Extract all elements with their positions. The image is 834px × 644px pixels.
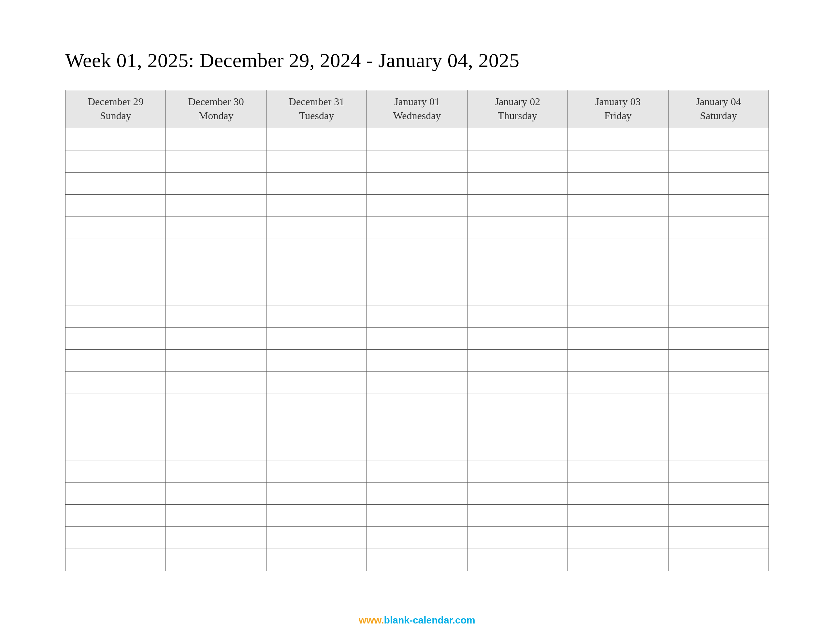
calendar-cell[interactable]: [668, 549, 769, 571]
calendar-cell[interactable]: [367, 416, 467, 438]
calendar-cell[interactable]: [668, 350, 769, 372]
calendar-cell[interactable]: [266, 283, 367, 305]
calendar-cell[interactable]: [668, 438, 769, 460]
calendar-cell[interactable]: [65, 305, 166, 328]
calendar-cell[interactable]: [467, 394, 567, 416]
calendar-cell[interactable]: [668, 416, 769, 438]
calendar-cell[interactable]: [65, 394, 166, 416]
calendar-cell[interactable]: [166, 505, 266, 527]
calendar-cell[interactable]: [568, 350, 668, 372]
calendar-cell[interactable]: [65, 261, 166, 283]
calendar-cell[interactable]: [266, 195, 367, 217]
calendar-cell[interactable]: [668, 217, 769, 239]
calendar-cell[interactable]: [568, 195, 668, 217]
calendar-cell[interactable]: [65, 195, 166, 217]
calendar-cell[interactable]: [266, 173, 367, 195]
calendar-cell[interactable]: [568, 283, 668, 305]
calendar-cell[interactable]: [65, 150, 166, 173]
calendar-cell[interactable]: [467, 350, 567, 372]
calendar-cell[interactable]: [668, 460, 769, 483]
calendar-cell[interactable]: [367, 173, 467, 195]
calendar-cell[interactable]: [65, 128, 166, 150]
calendar-cell[interactable]: [166, 527, 266, 549]
calendar-cell[interactable]: [166, 261, 266, 283]
calendar-cell[interactable]: [367, 261, 467, 283]
calendar-cell[interactable]: [668, 505, 769, 527]
calendar-cell[interactable]: [668, 150, 769, 173]
calendar-cell[interactable]: [467, 128, 567, 150]
calendar-cell[interactable]: [266, 438, 367, 460]
calendar-cell[interactable]: [65, 527, 166, 549]
calendar-cell[interactable]: [467, 150, 567, 173]
calendar-cell[interactable]: [367, 239, 467, 261]
calendar-cell[interactable]: [467, 438, 567, 460]
calendar-cell[interactable]: [166, 416, 266, 438]
calendar-cell[interactable]: [166, 239, 266, 261]
calendar-cell[interactable]: [166, 150, 266, 173]
calendar-cell[interactable]: [467, 549, 567, 571]
calendar-cell[interactable]: [668, 328, 769, 350]
calendar-cell[interactable]: [367, 195, 467, 217]
calendar-cell[interactable]: [266, 217, 367, 239]
calendar-cell[interactable]: [266, 394, 367, 416]
calendar-cell[interactable]: [266, 239, 367, 261]
calendar-cell[interactable]: [65, 372, 166, 394]
calendar-cell[interactable]: [467, 173, 567, 195]
calendar-cell[interactable]: [568, 128, 668, 150]
calendar-cell[interactable]: [467, 217, 567, 239]
calendar-cell[interactable]: [266, 261, 367, 283]
calendar-cell[interactable]: [568, 505, 668, 527]
calendar-cell[interactable]: [166, 283, 266, 305]
calendar-cell[interactable]: [65, 438, 166, 460]
calendar-cell[interactable]: [568, 150, 668, 173]
calendar-cell[interactable]: [467, 328, 567, 350]
calendar-cell[interactable]: [266, 549, 367, 571]
calendar-cell[interactable]: [668, 239, 769, 261]
calendar-cell[interactable]: [367, 283, 467, 305]
calendar-cell[interactable]: [568, 328, 668, 350]
calendar-cell[interactable]: [166, 173, 266, 195]
calendar-cell[interactable]: [467, 505, 567, 527]
calendar-cell[interactable]: [568, 527, 668, 549]
calendar-cell[interactable]: [65, 173, 166, 195]
calendar-cell[interactable]: [166, 195, 266, 217]
calendar-cell[interactable]: [266, 483, 367, 505]
calendar-cell[interactable]: [467, 527, 567, 549]
calendar-cell[interactable]: [266, 150, 367, 173]
calendar-cell[interactable]: [568, 239, 668, 261]
calendar-cell[interactable]: [266, 505, 367, 527]
calendar-cell[interactable]: [367, 217, 467, 239]
calendar-cell[interactable]: [668, 305, 769, 328]
calendar-cell[interactable]: [367, 372, 467, 394]
calendar-cell[interactable]: [367, 128, 467, 150]
calendar-cell[interactable]: [65, 483, 166, 505]
calendar-cell[interactable]: [266, 416, 367, 438]
footer-link[interactable]: www.blank-calendar.com: [0, 615, 834, 626]
calendar-cell[interactable]: [65, 549, 166, 571]
calendar-cell[interactable]: [166, 483, 266, 505]
calendar-cell[interactable]: [65, 505, 166, 527]
calendar-cell[interactable]: [668, 372, 769, 394]
calendar-cell[interactable]: [367, 505, 467, 527]
calendar-cell[interactable]: [367, 549, 467, 571]
calendar-cell[interactable]: [266, 372, 367, 394]
calendar-cell[interactable]: [166, 128, 266, 150]
calendar-cell[interactable]: [266, 460, 367, 483]
calendar-cell[interactable]: [568, 261, 668, 283]
calendar-cell[interactable]: [367, 483, 467, 505]
calendar-cell[interactable]: [668, 527, 769, 549]
calendar-cell[interactable]: [367, 150, 467, 173]
calendar-cell[interactable]: [65, 283, 166, 305]
calendar-cell[interactable]: [568, 372, 668, 394]
calendar-cell[interactable]: [568, 416, 668, 438]
calendar-cell[interactable]: [65, 239, 166, 261]
calendar-cell[interactable]: [467, 283, 567, 305]
calendar-cell[interactable]: [568, 173, 668, 195]
calendar-cell[interactable]: [668, 483, 769, 505]
calendar-cell[interactable]: [166, 350, 266, 372]
calendar-cell[interactable]: [367, 527, 467, 549]
calendar-cell[interactable]: [668, 261, 769, 283]
calendar-cell[interactable]: [65, 460, 166, 483]
calendar-cell[interactable]: [467, 483, 567, 505]
calendar-cell[interactable]: [65, 328, 166, 350]
